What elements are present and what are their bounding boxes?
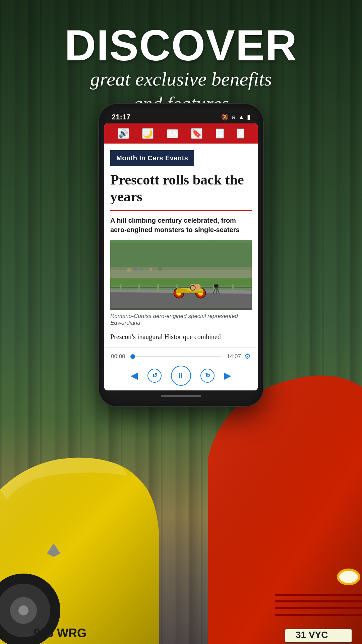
bell-mute-icon: 🔕: [221, 113, 229, 121]
progress-thumb[interactable]: [130, 354, 135, 359]
svg-rect-27: [232, 284, 234, 292]
article-title: Prescott rolls back the years: [104, 166, 258, 205]
audio-end-time: 14:07: [224, 353, 241, 360]
svg-text:999 WRG: 999 WRG: [34, 626, 86, 640]
svg-text:31 VYC: 31 VYC: [296, 630, 328, 640]
night-mode-button[interactable]: 🌙: [142, 128, 154, 139]
article-category: Month In Cars Events: [110, 150, 194, 166]
hero-subtitle-line1: great exclusive benefits: [90, 68, 272, 90]
phone-mockup: 21:17 🔕 ⊖ ▲ ▮ 🔊 🌙 AA 🔖 ☰ ✕ Month In Cars: [99, 104, 263, 406]
article-image-scene: [110, 240, 252, 310]
status-time: 21:17: [112, 113, 130, 121]
audio-progress-row: 00:00 14:07 ⚙: [111, 352, 251, 361]
audio-player: 00:00 14:07 ⚙ ◀ ↺10 ⏸ ↻10: [104, 347, 258, 390]
phone-home-bar: [161, 395, 201, 397]
svg-rect-10: [275, 614, 362, 616]
previous-button[interactable]: ◀: [131, 370, 138, 381]
hero-discover-text: DISCOVER: [0, 20, 362, 70]
minus-circle-icon: ⊖: [231, 114, 236, 120]
article-body-text: Prescott's inaugural Historique combined: [104, 330, 258, 347]
svg-point-37: [134, 267, 137, 270]
wifi-icon: ▲: [238, 114, 244, 121]
forward-10-button[interactable]: ↻10: [200, 369, 215, 383]
contents-button[interactable]: ☰: [216, 128, 224, 139]
svg-point-39: [149, 267, 152, 270]
svg-rect-20: [110, 287, 252, 288]
phone-screen: 🔊 🌙 AA 🔖 ☰ ✕ Month In Cars Events Presco…: [104, 123, 258, 390]
reader-toolbar: 🔊 🌙 AA 🔖 ☰ ✕: [104, 123, 258, 144]
phone-frame: 21:17 🔕 ⊖ ▲ ▮ 🔊 🌙 AA 🔖 ☰ ✕ Month In Cars: [99, 104, 263, 406]
article-image: [110, 240, 252, 310]
audio-settings-icon[interactable]: ⚙: [244, 352, 251, 361]
progress-track[interactable]: [131, 356, 221, 357]
audio-current-time: 00:00: [111, 353, 128, 360]
article-subtitle: A hill climbing century celebrated, from…: [104, 216, 258, 240]
pause-button[interactable]: ⏸: [171, 366, 191, 386]
svg-point-4: [18, 605, 28, 615]
svg-rect-9: [275, 607, 362, 609]
svg-point-38: [139, 267, 143, 271]
rewind-10-button[interactable]: ↺10: [147, 369, 162, 383]
svg-rect-21: [120, 284, 122, 292]
font-size-button[interactable]: AA: [167, 129, 178, 138]
close-button[interactable]: ✕: [237, 128, 244, 139]
svg-point-40: [158, 267, 162, 271]
article-body: Month In Cars Events Prescott rolls back…: [104, 144, 258, 347]
battery-icon: ▮: [247, 113, 250, 121]
hero-section: DISCOVER great exclusive benefits and fe…: [0, 20, 362, 116]
phone-camera: [178, 110, 184, 116]
svg-rect-23: [157, 284, 159, 292]
article-divider: [110, 210, 252, 211]
svg-rect-44: [214, 284, 219, 287]
status-icons: 🔕 ⊖ ▲ ▮: [221, 113, 250, 121]
article-caption: Romano-Curtiss aero-engined special repr…: [104, 310, 258, 330]
volume-button[interactable]: 🔊: [118, 128, 129, 139]
svg-point-12: [339, 571, 358, 583]
svg-point-36: [127, 268, 131, 271]
svg-rect-32: [177, 289, 187, 291]
bookmark-button[interactable]: 🔖: [191, 128, 202, 139]
svg-rect-17: [110, 267, 252, 280]
yellow-car-left: 999 WRG: [0, 369, 161, 644]
svg-rect-22: [138, 284, 140, 292]
audio-controls: ◀ ↺10 ⏸ ↻10 ▶: [111, 366, 251, 386]
svg-rect-8: [275, 600, 362, 602]
next-button[interactable]: ▶: [224, 370, 231, 381]
svg-rect-16: [110, 242, 252, 270]
svg-rect-7: [275, 594, 362, 596]
